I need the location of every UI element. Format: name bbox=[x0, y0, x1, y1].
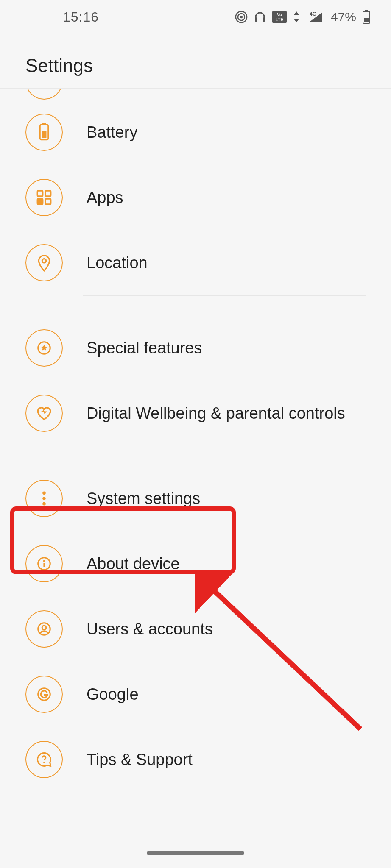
settings-item-label: About device bbox=[87, 555, 180, 573]
settings-item-label: Location bbox=[87, 254, 148, 272]
svg-point-0 bbox=[240, 16, 243, 18]
svg-rect-17 bbox=[37, 191, 43, 196]
settings-item-special[interactable]: Special features bbox=[0, 315, 391, 381]
svg-point-25 bbox=[42, 502, 46, 506]
svg-point-27 bbox=[43, 560, 45, 562]
info-icon bbox=[25, 545, 63, 582]
settings-item-label: Apps bbox=[87, 189, 123, 207]
settings-item-location[interactable]: Location bbox=[0, 230, 391, 295]
svg-point-21 bbox=[42, 259, 46, 263]
settings-item-label: System settings bbox=[87, 490, 200, 508]
settings-item-label: Google bbox=[87, 685, 139, 704]
svg-rect-3 bbox=[255, 17, 257, 22]
settings-item-label: Tips & Support bbox=[87, 751, 193, 769]
settings-item-label: Digital Wellbeing & parental controls bbox=[87, 404, 345, 423]
svg-point-32 bbox=[43, 762, 45, 763]
settings-item-tips[interactable]: Tips & Support bbox=[0, 727, 391, 792]
app-header: Settings bbox=[0, 34, 391, 89]
data-activity-icon bbox=[293, 11, 300, 23]
svg-rect-4 bbox=[263, 17, 265, 22]
battery-item-icon bbox=[25, 114, 63, 151]
settings-item-apps[interactable]: Apps bbox=[0, 165, 391, 230]
settings-item-wellbeing[interactable]: Digital Wellbeing & parental controls bbox=[0, 381, 391, 446]
home-indicator[interactable] bbox=[147, 851, 244, 855]
settings-item-users[interactable]: Users & accounts bbox=[0, 596, 391, 662]
settings-item-label: Special features bbox=[87, 339, 202, 357]
location-pin-icon bbox=[25, 244, 63, 281]
svg-marker-9 bbox=[294, 19, 299, 22]
svg-rect-20 bbox=[45, 199, 51, 204]
more-vertical-icon bbox=[25, 480, 63, 517]
settings-item-google[interactable]: Google bbox=[0, 662, 391, 727]
settings-item-about[interactable]: About device bbox=[0, 531, 391, 596]
hotspot-icon bbox=[235, 11, 248, 23]
heart-icon bbox=[25, 395, 63, 432]
status-icons: Vo LTE 4G 47% bbox=[235, 10, 371, 24]
settings-item-cropped[interactable] bbox=[0, 89, 391, 100]
svg-point-24 bbox=[42, 497, 46, 500]
status-bar: 15:16 Vo LTE bbox=[0, 0, 391, 34]
cellular-signal-icon: 4G bbox=[306, 11, 323, 23]
svg-point-23 bbox=[42, 492, 46, 495]
settings-item-system[interactable]: System settings bbox=[0, 466, 391, 531]
svg-rect-13 bbox=[364, 18, 369, 22]
page-title: Settings bbox=[25, 55, 391, 76]
settings-item-label: Battery bbox=[87, 123, 137, 142]
svg-point-30 bbox=[42, 626, 46, 630]
apps-grid-icon bbox=[25, 179, 63, 216]
signal-4g-label: 4G bbox=[310, 11, 316, 17]
user-circle-icon bbox=[25, 610, 63, 648]
volte-badge-icon: Vo LTE bbox=[272, 11, 287, 23]
battery-icon bbox=[362, 10, 371, 24]
unknown-icon bbox=[25, 89, 63, 100]
svg-marker-8 bbox=[294, 11, 299, 15]
battery-percent: 47% bbox=[331, 10, 356, 24]
svg-text:LTE: LTE bbox=[276, 17, 283, 22]
settings-item-label: Users & accounts bbox=[87, 620, 213, 638]
help-chat-icon bbox=[25, 741, 63, 778]
settings-list: Battery Apps Location bbox=[0, 89, 391, 792]
star-badge-icon bbox=[25, 329, 63, 367]
svg-rect-19 bbox=[37, 199, 43, 204]
settings-item-battery[interactable]: Battery bbox=[0, 100, 391, 165]
svg-text:Vo: Vo bbox=[277, 12, 282, 17]
headphones-icon bbox=[254, 11, 266, 23]
status-time: 15:16 bbox=[63, 9, 99, 25]
svg-rect-16 bbox=[42, 131, 47, 138]
google-g-icon bbox=[25, 676, 63, 713]
svg-rect-18 bbox=[45, 191, 51, 196]
